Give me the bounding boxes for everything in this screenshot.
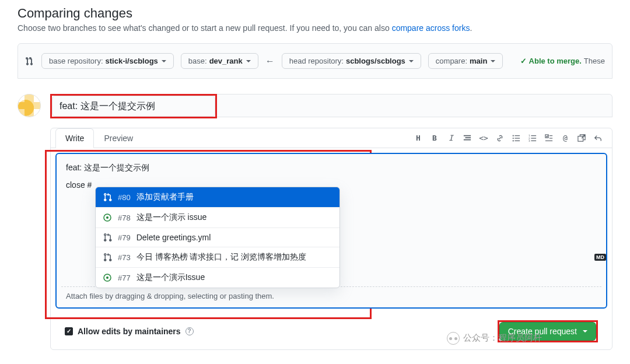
create-btn-label: Create pull request [508,327,577,336]
base-repo-value: stick-i/scblogs [106,57,158,65]
svg-point-2 [513,137,514,138]
chevron-down-icon [583,330,587,332]
check-icon: ✓ [520,57,527,65]
comment-box: Write Preview H B I <> [50,128,612,350]
allow-edits-label: Allow edits by maintainers [78,327,181,336]
issue-autocomplete: #80 添加贡献者手册 #78 这是一个演示 issue [95,187,340,288]
arrow-left-icon: ← [265,56,275,66]
svg-point-20 [106,276,108,279]
issue-open-icon [103,213,112,222]
compare-icon [25,57,34,66]
create-btn-highlight: Create pull request [498,320,598,342]
create-pr-button[interactable]: Create pull request [499,322,596,341]
head-repo-value: scblogs/scblogs [346,57,405,65]
pr-icon [103,192,112,202]
quote-icon[interactable] [463,134,472,143]
compare-branch-selector[interactable]: compare: main [428,53,503,69]
autocomplete-item[interactable]: #78 这是一个演示 issue [96,208,340,228]
base-value: dev_rank [209,57,243,65]
ac-title: Delete greetings.yml [136,233,211,242]
md-toolbar: H B I <> 123 [414,134,607,143]
base-repo-label: base repository: [49,57,103,65]
base-label: base: [188,57,207,65]
checkbox-icon[interactable]: ✓ [65,327,73,335]
heading-icon[interactable]: H [414,134,423,143]
autocomplete-item[interactable]: #80 添加贡献者手册 [96,187,340,208]
head-repo-selector[interactable]: head repository: scblogs/scblogs [282,53,421,69]
ac-num: #73 [118,253,131,262]
code-icon[interactable]: <> [479,134,488,143]
compare-label: compare: [436,57,467,65]
compare-bar: base repository: stick-i/scblogs base: d… [18,43,612,79]
page-subtitle: Choose two branches to see what's change… [18,23,612,33]
merge-able-text: Able to merge. [529,57,582,65]
crossref-icon[interactable] [577,134,586,143]
svg-point-18 [106,216,108,219]
allow-edits-row[interactable]: ✓ Allow edits by maintainers ? [65,327,194,336]
body-line1: feat: 这是一个提交示例 [61,159,601,176]
chevron-down-icon [491,60,495,62]
svg-rect-16 [578,136,583,141]
pr-title-input[interactable] [52,96,215,117]
link-icon[interactable] [495,134,505,143]
autocomplete-item[interactable]: #77 这是一个演示Issue [96,268,340,288]
help-icon[interactable]: ? [186,327,194,335]
wechat-icon [447,332,460,345]
ac-title: 添加贡献者手册 [136,192,194,202]
chevron-down-icon [162,60,166,62]
base-repo-selector[interactable]: base repository: stick-i/scblogs [41,53,174,69]
ul-icon[interactable] [512,134,521,143]
svg-rect-3 [514,138,520,138]
mention-icon[interactable]: @ [561,134,570,143]
svg-rect-1 [514,135,520,136]
subtitle-post: . [470,23,472,33]
svg-point-4 [513,140,514,141]
pr-icon [103,233,112,242]
svg-rect-5 [514,140,520,141]
base-branch-selector[interactable]: base: dev_rank [181,53,258,69]
compare-forks-link[interactable]: compare across forks [392,23,470,33]
ac-num: #80 [118,193,131,202]
chevron-down-icon [409,60,414,62]
head-repo-label: head repository: [289,57,344,65]
markdown-badge[interactable]: MD [594,254,606,261]
reply-icon[interactable] [593,134,603,143]
ac-num: #77 [118,274,131,282]
chevron-down-icon [246,60,251,62]
bold-icon[interactable]: B [430,134,439,143]
ol-icon[interactable]: 123 [528,134,537,143]
tab-write[interactable]: Write [55,128,94,148]
subtitle-text: Choose two branches to see what's change… [18,23,392,33]
attach-hint[interactable]: Attach files by dragging & dropping, sel… [61,289,601,303]
pr-icon [103,253,112,262]
autocomplete-item[interactable]: #73 今日 博客热榜 请求接口，记 浏览博客增加热度 [96,247,340,268]
ac-title: 这是一个演示Issue [136,272,205,283]
merge-status: ✓ Able to merge. These [520,57,605,65]
pr-body-textarea[interactable]: feat: 这是一个提交示例 close # #80 添加贡献者手册 [55,153,607,309]
title-highlight [50,94,217,118]
svg-point-0 [513,135,514,136]
autocomplete-item[interactable]: #79 Delete greetings.yml [96,228,340,247]
tabs-row: Write Preview H B I <> [51,128,612,148]
title-input-extend[interactable] [217,94,612,117]
ac-title: 这是一个演示 issue [136,212,207,223]
svg-rect-7 [531,135,536,136]
avatar [18,94,41,117]
svg-rect-11 [531,140,536,141]
tasklist-icon[interactable] [544,134,554,143]
ac-title: 今日 博客热榜 请求接口，记 浏览博客增加热度 [136,252,307,262]
ac-num: #78 [118,214,131,222]
page-title: Comparing changes [18,6,612,21]
tab-preview[interactable]: Preview [94,128,143,148]
compare-value: main [470,57,487,65]
svg-rect-9 [531,138,536,138]
merge-rest-text: These [584,57,605,65]
issue-open-icon [103,273,112,282]
ac-num: #79 [118,233,131,242]
svg-text:3: 3 [528,139,530,142]
italic-icon[interactable]: I [446,134,456,143]
